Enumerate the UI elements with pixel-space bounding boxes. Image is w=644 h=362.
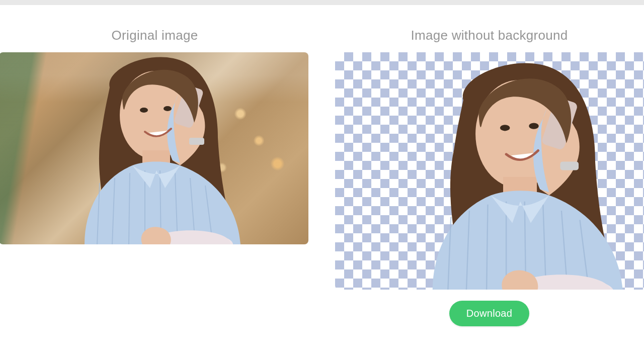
result-panel: Image without background [335,28,644,326]
svg-line-18 [466,211,469,290]
svg-line-8 [190,178,195,244]
svg-line-7 [175,173,178,244]
svg-line-17 [448,217,451,290]
svg-rect-26 [560,161,579,170]
svg-point-28 [529,123,539,129]
svg-rect-10 [173,84,204,129]
svg-line-3 [112,178,115,244]
svg-rect-1 [142,150,170,175]
svg-point-13 [164,106,172,111]
svg-point-29 [509,277,613,290]
svg-line-22 [543,205,546,290]
download-row: Download [449,301,529,326]
svg-line-19 [487,205,488,290]
svg-point-27 [500,125,510,131]
download-button[interactable]: Download [449,301,529,326]
person-cutout-illustration [335,52,644,290]
svg-point-0 [120,71,190,159]
svg-line-21 [525,202,526,290]
svg-line-2 [97,183,100,244]
original-title: Original image [112,28,198,43]
svg-line-6 [160,170,161,244]
person-illustration [0,52,308,244]
svg-line-4 [129,173,130,244]
svg-rect-16 [503,177,537,208]
original-photo-illustration [0,52,308,244]
svg-point-14 [147,232,233,244]
svg-line-24 [580,220,589,290]
svg-line-23 [561,211,568,290]
original-image [0,52,308,244]
svg-rect-25 [541,97,578,150]
content-card: Original image [0,5,644,362]
original-panel: Original image [0,28,309,326]
result-title: Image without background [411,28,568,43]
result-image [335,52,644,290]
comparison-row: Original image [0,28,644,326]
svg-rect-11 [189,138,204,145]
page-wrapper: Original image [0,0,644,362]
transparency-checker [335,52,644,290]
svg-point-15 [475,80,561,188]
svg-point-12 [140,108,148,113]
svg-line-9 [205,186,213,244]
